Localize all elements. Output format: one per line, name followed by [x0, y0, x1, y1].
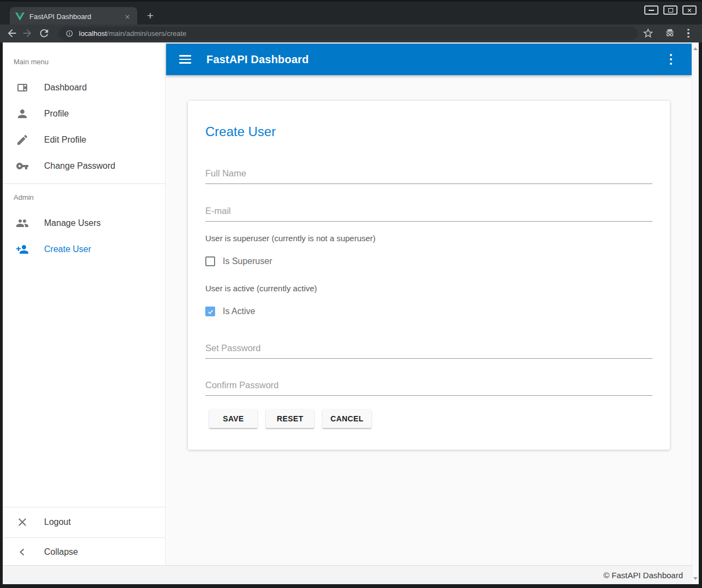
- person-icon: [16, 107, 29, 120]
- dashboard-icon: [16, 81, 29, 94]
- sidebar-item-label: Create User: [44, 244, 91, 254]
- url-host: localhost: [79, 29, 107, 38]
- is-superuser-checkbox[interactable]: Is Superuser: [205, 256, 272, 266]
- url-bar[interactable]: localhost/main/admin/users/create: [59, 27, 638, 40]
- checkbox-checked-icon[interactable]: [205, 307, 215, 316]
- sidebar-item-collapse[interactable]: Collapse: [3, 539, 165, 565]
- forward-icon[interactable]: [21, 27, 33, 39]
- is-active-checkbox[interactable]: Is Active: [205, 307, 255, 316]
- app-menu-kebab-icon[interactable]: [664, 53, 677, 66]
- email-input[interactable]: [205, 204, 652, 222]
- incognito-icon[interactable]: [664, 27, 676, 39]
- page-footer: © FastAPI Dashboard: [3, 565, 692, 584]
- superuser-helper-text: User is superuser (currently is not a su…: [205, 234, 376, 243]
- hamburger-menu-icon[interactable]: [179, 53, 192, 66]
- new-tab-button[interactable]: +: [143, 8, 158, 23]
- full-name-input[interactable]: [205, 167, 652, 184]
- confirm-password-input[interactable]: [205, 378, 652, 396]
- sidebar-item-label: Edit Profile: [44, 135, 86, 145]
- page-scrollbar[interactable]: [692, 42, 699, 584]
- page: Main menu Dashboard Profile Edit Profile…: [3, 42, 699, 584]
- sidebar-item-label: Profile: [44, 109, 69, 119]
- active-helper-text: User is active (currently active): [205, 284, 317, 293]
- checkbox-unchecked-icon[interactable]: [205, 256, 215, 266]
- checkbox-label: Is Active: [223, 307, 255, 316]
- bookmark-star-icon[interactable]: [642, 27, 654, 39]
- vue-favicon: [15, 13, 25, 21]
- checkbox-label: Is Superuser: [223, 256, 272, 266]
- chevron-left-icon: [16, 546, 29, 559]
- close-window-button[interactable]: [682, 5, 697, 15]
- save-button[interactable]: SAVE: [209, 409, 258, 428]
- maximize-button[interactable]: [663, 5, 677, 15]
- footer-copyright: © FastAPI Dashboard: [603, 571, 683, 580]
- sidebar-item-manage-users[interactable]: Manage Users: [3, 210, 165, 236]
- url-path: /main/admin/users/create: [107, 29, 186, 38]
- sidebar: Main menu Dashboard Profile Edit Profile…: [3, 42, 166, 565]
- sidebar-item-label: Manage Users: [44, 218, 101, 228]
- browser-menu-kebab-icon[interactable]: [682, 27, 694, 39]
- browser-tabstrip: FastAPI Dashboard +: [0, 0, 702, 24]
- create-user-card: Create User User is superuser (currently…: [188, 101, 670, 450]
- group-icon: [16, 217, 29, 230]
- person-add-icon: [16, 243, 29, 256]
- sidebar-divider: [3, 507, 165, 507]
- sidebar-section-main-menu: Main menu: [14, 58, 48, 66]
- sidebar-item-logout[interactable]: Logout: [3, 509, 165, 535]
- back-icon[interactable]: [6, 27, 18, 39]
- browser-window: FastAPI Dashboard + localhost/main/admin…: [0, 0, 702, 588]
- main-content: FastAPI Dashboard Create User User is su…: [166, 42, 692, 565]
- sidebar-item-label: Dashboard: [44, 83, 87, 93]
- sidebar-item-create-user[interactable]: Create User: [3, 236, 165, 262]
- sidebar-item-profile[interactable]: Profile: [3, 101, 165, 127]
- scrollbar-down-arrow-icon[interactable]: [692, 574, 699, 582]
- set-password-input[interactable]: [205, 341, 652, 359]
- browser-tab[interactable]: FastAPI Dashboard: [10, 7, 137, 26]
- sidebar-divider: [3, 537, 165, 538]
- form-title: Create User: [205, 124, 276, 139]
- sidebar-item-change-password[interactable]: Change Password: [3, 153, 165, 179]
- minimize-button[interactable]: [644, 5, 658, 15]
- url-text: localhost/main/admin/users/create: [79, 29, 186, 38]
- reload-icon[interactable]: [38, 27, 50, 39]
- browser-toolbar: localhost/main/admin/users/create: [0, 24, 702, 42]
- key-icon: [16, 160, 29, 173]
- app-header: FastAPI Dashboard: [166, 44, 692, 75]
- scrollbar-up-arrow-icon[interactable]: [692, 45, 699, 52]
- sidebar-item-label: Change Password: [44, 161, 115, 171]
- sidebar-section-admin: Admin: [14, 193, 34, 201]
- cancel-button[interactable]: CANCEL: [322, 409, 371, 428]
- sidebar-item-dashboard[interactable]: Dashboard: [3, 75, 165, 101]
- sidebar-divider: [3, 183, 165, 184]
- app-title: FastAPI Dashboard: [206, 53, 309, 66]
- sidebar-item-label: Collapse: [44, 547, 78, 557]
- window-controls: [644, 5, 697, 15]
- page-info-icon[interactable]: [65, 29, 74, 38]
- pencil-icon: [16, 133, 29, 146]
- sidebar-item-label: Logout: [44, 517, 71, 527]
- tab-close-icon[interactable]: [123, 13, 132, 21]
- sidebar-item-edit-profile[interactable]: Edit Profile: [3, 127, 165, 153]
- reset-button[interactable]: RESET: [266, 409, 314, 428]
- close-icon: [16, 516, 29, 529]
- tab-title: FastAPI Dashboard: [29, 13, 123, 21]
